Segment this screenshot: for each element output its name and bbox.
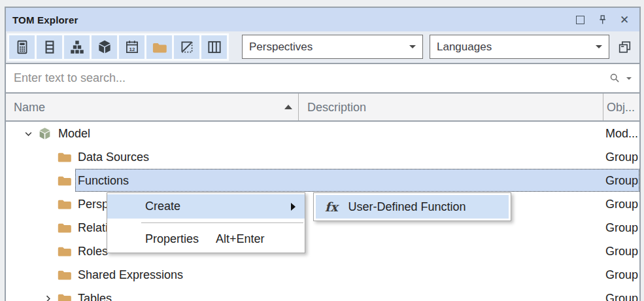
toggle-calendar-button[interactable]: 12 (119, 35, 144, 59)
package-icon (96, 39, 113, 56)
toolbar: 12 Perspectives Languages (6, 31, 639, 63)
grid-header: Name Description Obj... (6, 92, 639, 122)
title-bar[interactable]: TOM Explorer ✕ (6, 8, 639, 31)
column-header-object-type[interactable]: Obj... (607, 100, 635, 114)
object-type-cell: Group (605, 268, 638, 282)
menu-item-label: Create (145, 200, 180, 213)
maximize-icon (576, 16, 585, 24)
toggle-columns-list-button[interactable] (37, 35, 62, 59)
tree-row-label: Roles (78, 245, 108, 258)
tree-row-shared-expressions[interactable]: Shared Expressions Group (6, 263, 639, 287)
diagonal-crop-icon (178, 39, 195, 56)
fx-icon: fx (325, 200, 338, 214)
tree-row-label: Data Sources (78, 150, 149, 164)
toggle-measures-button[interactable] (9, 35, 35, 59)
object-type-cell: Group (605, 198, 638, 211)
chevron-down-icon (596, 45, 602, 48)
perspectives-combo[interactable]: Perspectives (242, 35, 423, 59)
hierarchy-icon (69, 39, 86, 56)
search-icon (608, 71, 622, 86)
tom-explorer-window: TOM Explorer ✕ (5, 7, 641, 301)
folder-icon (56, 219, 73, 236)
column-header-description[interactable]: Description (307, 100, 366, 114)
folder-icon (56, 196, 73, 213)
columns-icon (206, 39, 223, 56)
object-type-cell: Group (605, 292, 638, 301)
selection-highlight (75, 169, 639, 192)
calculator-icon (14, 39, 31, 56)
tree-row-model[interactable]: Model Mod... (6, 122, 639, 145)
folder-icon (150, 39, 168, 56)
object-type-cell: Group (605, 150, 638, 164)
context-menu: Create Properties Alt+Enter (107, 192, 305, 253)
object-type-cell: Mod... (605, 127, 638, 141)
folder-icon (56, 266, 73, 283)
submenu-arrow-icon (291, 203, 296, 211)
tree-row-label: Model (58, 127, 90, 141)
toggle-kpis-button[interactable] (92, 35, 117, 59)
search-options-chevron-icon (626, 77, 632, 80)
toggle-partitions-button[interactable] (201, 35, 227, 59)
toggle-perspectives-button[interactable] (174, 35, 199, 59)
languages-combo-value: Languages (437, 41, 492, 54)
menu-item-label: User-Defined Function (348, 200, 466, 214)
tree-row-label: Tables (78, 292, 112, 301)
folder-icon (56, 149, 73, 166)
object-type-cell: Group (605, 221, 638, 235)
column-resize-handle[interactable] (603, 94, 603, 120)
collapse-all-icon (617, 39, 633, 56)
menu-item-properties[interactable]: Properties Alt+Enter (107, 227, 305, 251)
folder-icon (56, 290, 73, 301)
object-type-cell: Group (605, 174, 638, 188)
folder-icon (56, 172, 73, 189)
toggle-hierarchies-button[interactable] (64, 35, 90, 59)
tree-row-functions[interactable]: Functions Group (6, 169, 639, 192)
object-type-cell: Group (605, 245, 638, 258)
search-actions[interactable] (608, 71, 639, 86)
tree-row-tables[interactable]: Tables Group (6, 287, 639, 301)
table-rows-icon (41, 39, 58, 56)
toggle-display-folders-button[interactable] (146, 35, 172, 59)
toolbar-toggle-group: 12 (7, 33, 229, 61)
menu-item-label: Properties (145, 232, 199, 246)
menu-item-create[interactable]: Create (107, 194, 305, 219)
tom-explorer-screen: TOM Explorer ✕ (0, 0, 644, 301)
menu-item-user-defined-function[interactable]: fx User-Defined Function (316, 195, 509, 219)
search-input[interactable] (6, 71, 608, 85)
tree-row-roles[interactable]: Roles Group (6, 239, 639, 263)
column-header-name[interactable]: Name (14, 100, 45, 114)
languages-combo[interactable]: Languages (430, 35, 609, 59)
tree-row-label: Functions (78, 174, 129, 188)
maximize-button[interactable] (571, 12, 588, 27)
svg-text:12: 12 (129, 46, 135, 52)
menu-separator (141, 222, 303, 223)
column-resize-handle[interactable] (298, 94, 299, 120)
pin-icon (596, 13, 609, 27)
create-submenu: fx User-Defined Function (313, 192, 511, 221)
chevron-down-icon (409, 45, 416, 48)
close-button[interactable]: ✕ (616, 12, 633, 27)
window-title: TOM Explorer (12, 14, 78, 26)
tree-row-data-sources[interactable]: Data Sources Group (6, 145, 639, 169)
collapse-all-button[interactable] (613, 37, 636, 58)
search-bar (6, 63, 639, 92)
sort-ascending-icon (284, 105, 292, 109)
close-icon: ✕ (620, 14, 629, 26)
pin-button[interactable] (594, 12, 611, 27)
model-cube-icon (36, 126, 53, 142)
menu-item-shortcut: Alt+Enter (216, 232, 265, 246)
perspectives-combo-value: Perspectives (249, 41, 313, 54)
chevron-right-icon[interactable] (40, 292, 56, 301)
folder-icon (56, 243, 73, 260)
tree-row-label: Shared Expressions (78, 268, 183, 282)
calendar-icon: 12 (124, 39, 141, 56)
chevron-down-icon[interactable] (20, 128, 36, 140)
